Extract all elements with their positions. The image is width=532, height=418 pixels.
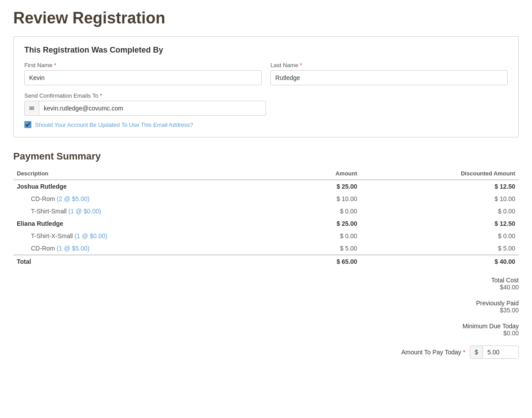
table-row: T-Shirt-X-Small (1 @ $0.00)$ 0.00$ 0.00	[13, 230, 519, 242]
email-group: Send Confirmation Emails To * ✉	[24, 92, 508, 116]
previously-paid-label: Previously Paid	[476, 300, 519, 307]
total-cost-label: Total Cost	[491, 277, 519, 284]
row-discounted-amount: $ 40.00	[361, 255, 519, 268]
last-name-label: Last Name *	[270, 62, 508, 68]
row-amount: $ 25.00	[264, 180, 361, 193]
email-input[interactable]	[39, 101, 266, 115]
row-amount: $ 65.00	[264, 255, 361, 268]
update-account-checkbox-row: Should Your Account Be Updated To Use Th…	[24, 121, 508, 128]
last-name-required-marker: *	[300, 62, 302, 68]
row-description: T-Shirt-X-Small (1 @ $0.00)	[13, 230, 264, 242]
dollar-sign: $	[470, 346, 483, 358]
email-input-wrapper: ✉	[24, 101, 266, 116]
row-discounted-amount: $ 0.00	[361, 205, 519, 217]
table-row: Total$ 65.00$ 40.00	[13, 255, 519, 268]
row-amount: $ 25.00	[264, 217, 361, 230]
minimum-due-line: Minimum Due Today $0.00	[13, 323, 519, 337]
email-icon: ✉	[25, 101, 39, 115]
row-amount: $ 0.00	[264, 230, 361, 242]
amount-pay-required-marker: *	[461, 349, 465, 356]
row-description: Eliana Rutledge	[13, 217, 264, 230]
last-name-group: Last Name *	[270, 62, 508, 85]
row-amount: $ 10.00	[264, 193, 361, 205]
page-title: Review Registration	[13, 9, 519, 27]
row-discounted-amount: $ 12.50	[361, 217, 519, 230]
row-discounted-amount: $ 0.00	[361, 230, 519, 242]
email-label: Send Confirmation Emails To *	[24, 92, 508, 99]
row-description: Joshua Rutledge	[13, 180, 264, 193]
col-amount: Amount	[264, 167, 361, 180]
amount-pay-input-wrapper: $	[470, 346, 519, 359]
minimum-due-label: Minimum Due Today	[463, 323, 519, 330]
table-row: Eliana Rutledge$ 25.00$ 12.50	[13, 217, 519, 230]
previously-paid-value: $35.00	[13, 307, 519, 314]
row-discounted-amount: $ 12.50	[361, 180, 519, 193]
amount-pay-today-row: Amount To Pay Today * $	[13, 346, 519, 359]
row-discounted-amount: $ 5.00	[361, 242, 519, 255]
last-name-input[interactable]	[270, 70, 508, 85]
first-name-group: First Name *	[24, 62, 262, 85]
total-cost-value: $40.00	[13, 284, 519, 291]
row-description: CD-Rom (1 @ $5.00)	[13, 242, 264, 255]
table-row: Joshua Rutledge$ 25.00$ 12.50	[13, 180, 519, 193]
payment-summary-heading: Payment Summary	[13, 151, 519, 162]
update-account-checkbox[interactable]	[24, 121, 31, 128]
amount-pay-label: Amount To Pay Today *	[401, 349, 465, 356]
summary-totals: Total Cost $40.00 Previously Paid $35.00…	[13, 277, 519, 359]
row-description: T-Shirt-Small (1 @ $0.00)	[13, 205, 264, 217]
row-description: CD-Rom (2 @ $5.00)	[13, 193, 264, 205]
row-amount: $ 0.00	[264, 205, 361, 217]
first-name-label: First Name *	[24, 62, 262, 68]
table-row: T-Shirt-Small (1 @ $0.00)$ 0.00$ 0.00	[13, 205, 519, 217]
col-discounted: Discounted Amount	[361, 167, 519, 180]
col-description: Description	[13, 167, 264, 180]
total-cost-line: Total Cost $40.00	[13, 277, 519, 291]
row-amount: $ 5.00	[264, 242, 361, 255]
row-discounted-amount: $ 10.00	[361, 193, 519, 205]
email-required-marker: *	[100, 92, 102, 99]
update-account-label: Should Your Account Be Updated To Use Th…	[35, 122, 193, 128]
table-row: CD-Rom (2 @ $5.00)$ 10.00$ 10.00	[13, 193, 519, 205]
payment-table: Description Amount Discounted Amount Jos…	[13, 167, 519, 268]
name-form-row: First Name * Last Name *	[24, 62, 508, 85]
row-description: Total	[13, 255, 264, 268]
first-name-required-marker: *	[54, 62, 56, 68]
first-name-input[interactable]	[24, 70, 262, 85]
minimum-due-value: $0.00	[13, 330, 519, 337]
table-row: CD-Rom (1 @ $5.00)$ 5.00$ 5.00	[13, 242, 519, 255]
registration-box-heading: This Registration Was Completed By	[24, 46, 508, 55]
previously-paid-line: Previously Paid $35.00	[13, 300, 519, 314]
table-header-row: Description Amount Discounted Amount	[13, 167, 519, 180]
amount-pay-input[interactable]	[483, 346, 518, 358]
registration-completed-by-box: This Registration Was Completed By First…	[13, 36, 519, 137]
